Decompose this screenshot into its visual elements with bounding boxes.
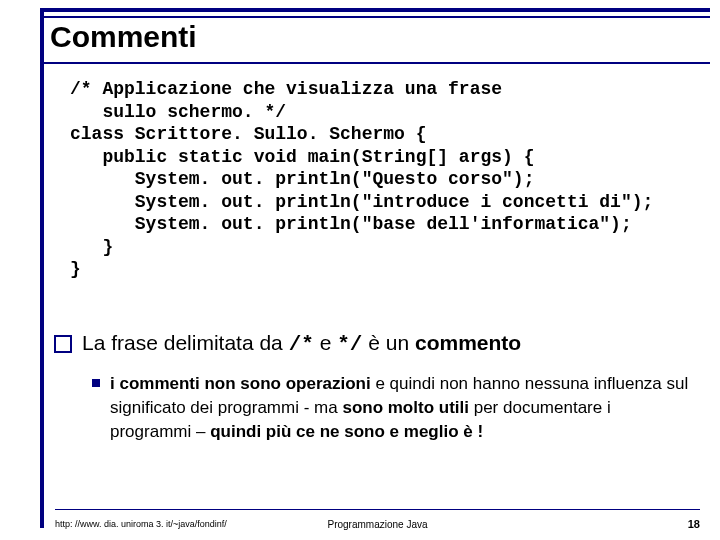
token-close: */ (337, 333, 362, 356)
sub-s2: sono molto utili (342, 398, 469, 417)
bullet-square-icon (54, 335, 72, 353)
left-vertical-bar (40, 8, 44, 528)
bullet-post: è un (362, 331, 415, 354)
bullet-mid: e (314, 331, 337, 354)
top-rule-thin (40, 16, 710, 18)
bullet-strong: commento (415, 331, 521, 354)
sub-bullet-text: i commenti non sono operazioni e quindi … (110, 372, 690, 443)
sub-bullet-row: i commenti non sono operazioni e quindi … (92, 372, 690, 443)
top-rule-thick (40, 8, 710, 12)
slide-title: Commenti (50, 20, 197, 54)
bullet-text: La frase delimitata da /* e */ è un comm… (82, 330, 521, 357)
code-block: /* Applicazione che visualizza una frase… (70, 78, 653, 281)
bullet-row: La frase delimitata da /* e */ è un comm… (54, 330, 700, 357)
footer-line (55, 509, 700, 510)
sub-s1: i commenti non sono operazioni (110, 374, 371, 393)
footer: http: //www. dia. uniroma 3. it/~java/fo… (55, 518, 700, 530)
sub-bullet-square-icon (92, 379, 100, 387)
footer-center: Programmazione Java (55, 519, 700, 530)
bullet-pre: La frase delimitata da (82, 331, 289, 354)
title-underline (40, 62, 710, 64)
sub-s3: quindi più ce ne sono e meglio è ! (210, 422, 483, 441)
token-open: /* (289, 333, 314, 356)
